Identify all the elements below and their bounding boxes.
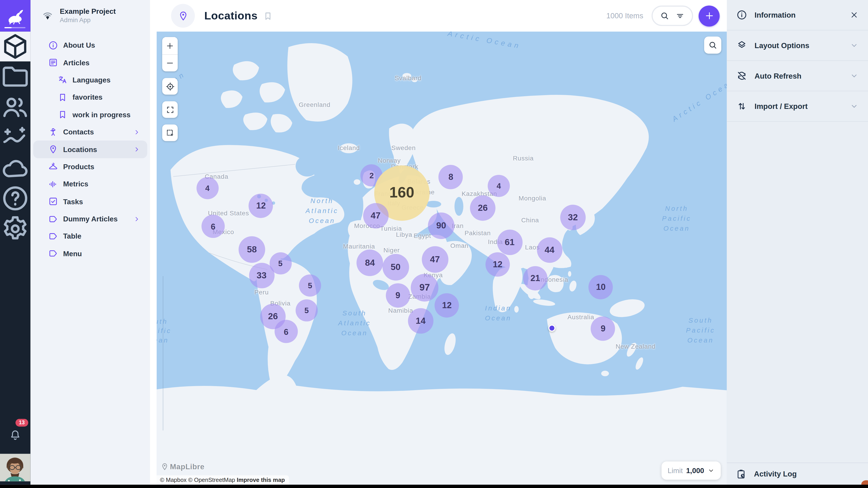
module-settings-icon[interactable] xyxy=(0,214,31,244)
map-point-marker[interactable] xyxy=(548,325,555,332)
map-canvas[interactable]: Arctic OceanArctic OceananNorthAtlanticO… xyxy=(157,32,727,485)
sidebar-item-articles[interactable]: Articles xyxy=(33,54,147,71)
project-header[interactable]: Example Project Admin App xyxy=(31,0,150,32)
limit-label: Limit xyxy=(668,466,683,475)
map-cluster[interactable]: 58 xyxy=(239,236,266,263)
map-cluster[interactable]: 14 xyxy=(408,308,434,334)
map-cluster[interactable]: 84 xyxy=(357,250,383,276)
map-cluster[interactable]: 50 xyxy=(382,254,409,281)
sidebar-nav: About UsArticlesLanguagesfavoriteswork i… xyxy=(31,32,150,262)
plus-icon xyxy=(704,11,715,21)
country-label: Russia xyxy=(513,155,534,161)
map-cluster[interactable]: 9 xyxy=(385,283,410,307)
map-cluster[interactable]: 12 xyxy=(249,194,273,218)
panel-section-import-export[interactable]: Import / Export xyxy=(727,91,868,122)
map-cluster[interactable]: 8 xyxy=(439,165,463,189)
equalizer-icon xyxy=(48,179,58,189)
map-attribution: © Mapbox © OpenStreetMap Improve this ma… xyxy=(157,475,289,485)
module-people-icon[interactable] xyxy=(0,92,31,123)
map-cluster[interactable]: 97 xyxy=(411,274,438,301)
notifications-button[interactable]: 13 xyxy=(0,424,31,446)
map-cluster[interactable]: 6 xyxy=(274,320,298,343)
sidebar-item-label: favorites xyxy=(72,93,103,101)
map-cluster[interactable]: 21 xyxy=(523,266,548,291)
limit-dropdown[interactable]: Limit 1,000 xyxy=(662,461,721,480)
letterbox-bar xyxy=(0,485,868,488)
sidebar-item-table[interactable]: Table xyxy=(33,228,147,245)
map-cluster[interactable]: 47 xyxy=(422,246,448,273)
panel-section-auto-refresh[interactable]: Auto Refresh xyxy=(727,61,868,91)
sidebar-item-favorites[interactable]: favorites xyxy=(33,89,147,106)
map-cluster[interactable]: 10 xyxy=(589,275,613,299)
locate-button[interactable] xyxy=(162,78,178,94)
map-cluster[interactable]: 12 xyxy=(486,252,510,277)
map-cluster[interactable]: 4 xyxy=(488,175,510,197)
map-cluster[interactable]: 4 xyxy=(196,177,219,199)
sidebar-item-products[interactable]: Products xyxy=(33,158,147,175)
bookmark-title-button[interactable] xyxy=(263,11,273,21)
map-cluster[interactable]: 6 xyxy=(202,215,225,238)
module-folder-icon[interactable] xyxy=(0,61,31,92)
collection-badge xyxy=(171,4,195,28)
close-icon[interactable] xyxy=(850,11,859,20)
map-cluster[interactable]: 44 xyxy=(537,237,562,263)
map-cluster[interactable]: 5 xyxy=(269,253,291,275)
map-cluster[interactable]: 12 xyxy=(435,293,459,318)
map-search-button[interactable] xyxy=(704,37,721,54)
sidebar-item-dummy-articles[interactable]: Dummy Articles xyxy=(33,210,147,228)
zoom-out-button[interactable] xyxy=(162,54,178,71)
country-label: Pakistan xyxy=(465,230,491,236)
module-cloud-icon[interactable] xyxy=(0,153,31,183)
map-cluster[interactable]: 9 xyxy=(591,317,615,341)
map-cluster[interactable]: 61 xyxy=(497,230,522,255)
ocean-label: cific xyxy=(157,326,172,336)
app-logo[interactable] xyxy=(0,0,31,32)
panel-section-label: Information xyxy=(754,11,796,19)
bookmark-icon xyxy=(58,110,68,120)
map-cluster[interactable]: 26 xyxy=(470,195,496,221)
module-help-icon[interactable] xyxy=(0,183,31,214)
module-cube-icon[interactable] xyxy=(0,32,31,61)
limit-value: 1,000 xyxy=(686,466,704,475)
add-item-button[interactable] xyxy=(699,5,720,26)
sidebar-item-menu[interactable]: Menu xyxy=(33,245,147,262)
fullscreen-button[interactable] xyxy=(162,101,178,118)
map-cluster[interactable]: 47 xyxy=(363,203,388,229)
map-controls xyxy=(162,37,178,148)
sidebar-item-contacts[interactable]: Contacts xyxy=(33,123,147,141)
country-label: Greenland xyxy=(299,101,331,108)
country-label: Mongolia xyxy=(519,195,546,201)
map-cluster[interactable]: 5 xyxy=(296,299,318,321)
sidebar-item-label: Dummy Articles xyxy=(63,215,118,223)
search-icon[interactable] xyxy=(660,11,669,21)
sidebar-item-work-in-progress[interactable]: work in progress xyxy=(33,106,147,123)
sidebar-item-languages[interactable]: Languages xyxy=(33,71,147,89)
improve-map-link[interactable]: Improve this map xyxy=(237,477,285,483)
country-label: Niger xyxy=(383,247,400,253)
country-label: Libya xyxy=(396,231,412,238)
user-avatar[interactable] xyxy=(0,454,31,481)
map-cluster[interactable]: 90 xyxy=(428,212,455,239)
sidebar-item-metrics[interactable]: Metrics xyxy=(33,175,147,193)
panel-section-information[interactable]: Information xyxy=(727,0,868,31)
app-root: 13 Example Project A xyxy=(0,0,868,488)
maplibre-pin-icon xyxy=(160,462,169,471)
sidebar-item-tasks[interactable]: Tasks xyxy=(33,193,147,210)
sidebar-item-label: Menu xyxy=(63,250,82,258)
map-graticule-line xyxy=(163,276,163,430)
panel-section-layout-options[interactable]: Layout Options xyxy=(727,31,868,61)
activity-log-button[interactable]: Activity Log xyxy=(727,462,868,485)
filter-icon[interactable] xyxy=(675,11,685,21)
activity-log-label: Activity Log xyxy=(754,470,797,478)
sidebar-item-about-us[interactable]: About Us xyxy=(33,37,147,54)
map-cluster[interactable]: 32 xyxy=(560,205,586,230)
map-cluster[interactable]: 5 xyxy=(299,275,321,297)
sidebar: Example Project Admin App About UsArticl… xyxy=(31,0,150,485)
country-label: Australia xyxy=(567,314,594,320)
module-insights-icon[interactable] xyxy=(0,122,31,153)
sidebar-item-label: Locations xyxy=(63,145,97,154)
zoom-in-button[interactable] xyxy=(162,37,178,54)
layers-icon xyxy=(736,40,747,51)
box-select-button[interactable] xyxy=(162,125,178,141)
sidebar-item-locations[interactable]: Locations xyxy=(33,141,147,158)
